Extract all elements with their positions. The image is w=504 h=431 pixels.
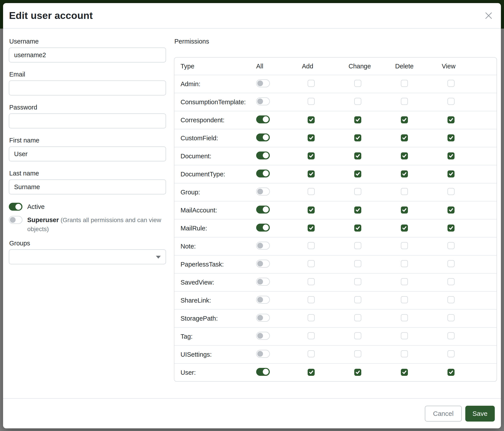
column-header-change: Change bbox=[349, 63, 395, 70]
permission-add-checkbox[interactable] bbox=[308, 260, 315, 267]
permission-add-checkbox[interactable] bbox=[308, 278, 315, 285]
permission-change-checkbox[interactable] bbox=[354, 350, 361, 357]
permission-change-checkbox[interactable] bbox=[354, 242, 361, 249]
permission-delete-checkbox[interactable] bbox=[401, 242, 408, 249]
permission-add-checkbox[interactable] bbox=[308, 171, 315, 178]
permission-change-checkbox[interactable] bbox=[354, 116, 361, 123]
permission-add-checkbox[interactable] bbox=[308, 207, 315, 214]
first-name-input[interactable] bbox=[9, 146, 166, 162]
permission-delete-checkbox[interactable] bbox=[401, 80, 408, 87]
permission-all-toggle[interactable] bbox=[256, 152, 270, 159]
permission-all-toggle[interactable] bbox=[256, 350, 270, 358]
permission-view-checkbox[interactable] bbox=[448, 171, 455, 178]
save-button[interactable]: Save bbox=[465, 406, 495, 422]
permission-all-toggle[interactable] bbox=[256, 79, 270, 87]
permission-add-checkbox[interactable] bbox=[308, 134, 315, 141]
permission-change-checkbox[interactable] bbox=[354, 314, 361, 321]
permission-all-toggle[interactable] bbox=[256, 332, 270, 340]
permission-view-checkbox[interactable] bbox=[448, 224, 455, 232]
permission-all-toggle[interactable] bbox=[256, 260, 270, 268]
permission-view-checkbox[interactable] bbox=[448, 153, 455, 159]
permission-add-checkbox[interactable] bbox=[308, 116, 315, 123]
permission-all-toggle[interactable] bbox=[256, 368, 270, 376]
permission-change-checkbox[interactable] bbox=[354, 296, 361, 303]
last-name-input[interactable] bbox=[9, 180, 166, 194]
permission-all-toggle[interactable] bbox=[256, 206, 270, 214]
permission-add-checkbox[interactable] bbox=[308, 314, 315, 321]
active-toggle[interactable] bbox=[9, 203, 22, 211]
permission-change-checkbox[interactable] bbox=[354, 153, 361, 159]
permission-add-checkbox[interactable] bbox=[308, 188, 315, 195]
permission-change-checkbox[interactable] bbox=[354, 260, 361, 267]
permission-view-checkbox[interactable] bbox=[448, 296, 455, 303]
permission-view-checkbox[interactable] bbox=[448, 332, 455, 339]
permission-change-checkbox[interactable] bbox=[354, 80, 361, 87]
permission-row: MailAccount: bbox=[174, 201, 496, 219]
permission-add-checkbox[interactable] bbox=[308, 350, 315, 357]
permission-view-checkbox[interactable] bbox=[448, 260, 455, 267]
permission-view-checkbox[interactable] bbox=[448, 134, 455, 141]
permission-view-checkbox[interactable] bbox=[448, 242, 455, 249]
toggle-knob bbox=[263, 369, 269, 375]
permission-change-checkbox[interactable] bbox=[354, 369, 361, 376]
permission-all-toggle[interactable] bbox=[256, 134, 270, 141]
permission-all-toggle[interactable] bbox=[256, 314, 270, 322]
permission-view-checkbox[interactable] bbox=[448, 80, 455, 87]
permission-add-checkbox[interactable] bbox=[308, 153, 315, 159]
permission-change-checkbox[interactable] bbox=[354, 278, 361, 285]
permission-change-checkbox[interactable] bbox=[354, 134, 361, 141]
permission-delete-checkbox[interactable] bbox=[401, 116, 408, 123]
permission-add-checkbox[interactable] bbox=[308, 224, 315, 232]
permission-delete-checkbox[interactable] bbox=[401, 188, 408, 195]
permission-all-toggle[interactable] bbox=[256, 188, 270, 196]
permission-delete-checkbox[interactable] bbox=[401, 134, 408, 141]
permission-delete-checkbox[interactable] bbox=[401, 98, 408, 105]
permission-all-toggle[interactable] bbox=[256, 224, 270, 232]
permission-change-checkbox[interactable] bbox=[354, 98, 361, 105]
permission-view-checkbox[interactable] bbox=[448, 188, 455, 195]
permission-delete-checkbox[interactable] bbox=[401, 278, 408, 285]
permission-change-checkbox[interactable] bbox=[354, 188, 361, 195]
email-input[interactable] bbox=[9, 81, 166, 95]
password-input[interactable] bbox=[9, 114, 166, 128]
permission-delete-checkbox[interactable] bbox=[401, 153, 408, 159]
permission-all-toggle[interactable] bbox=[256, 296, 270, 304]
permission-change-checkbox[interactable] bbox=[354, 207, 361, 214]
permission-add-checkbox[interactable] bbox=[308, 332, 315, 339]
permission-delete-checkbox[interactable] bbox=[401, 369, 408, 376]
superuser-toggle[interactable] bbox=[9, 216, 22, 224]
permission-delete-checkbox[interactable] bbox=[401, 314, 408, 321]
permission-delete-checkbox[interactable] bbox=[401, 350, 408, 357]
permission-view-checkbox[interactable] bbox=[448, 207, 455, 214]
permission-change-checkbox[interactable] bbox=[354, 171, 361, 178]
permission-all-toggle[interactable] bbox=[256, 278, 270, 286]
permission-all-toggle[interactable] bbox=[256, 116, 270, 123]
permission-add-checkbox[interactable] bbox=[308, 80, 315, 87]
permission-add-checkbox[interactable] bbox=[308, 296, 315, 303]
groups-select[interactable] bbox=[9, 249, 166, 264]
permission-delete-checkbox[interactable] bbox=[401, 296, 408, 303]
permission-change-checkbox[interactable] bbox=[354, 332, 361, 339]
permission-delete-checkbox[interactable] bbox=[401, 260, 408, 267]
username-input[interactable] bbox=[9, 47, 166, 63]
permission-add-checkbox[interactable] bbox=[308, 369, 315, 376]
permission-view-checkbox[interactable] bbox=[448, 116, 455, 123]
permission-type-label: DocumentType: bbox=[180, 171, 256, 178]
permission-all-toggle[interactable] bbox=[256, 170, 270, 178]
permission-view-checkbox[interactable] bbox=[448, 98, 455, 105]
permission-all-toggle[interactable] bbox=[256, 242, 270, 250]
permission-delete-checkbox[interactable] bbox=[401, 171, 408, 178]
permission-view-checkbox[interactable] bbox=[448, 314, 455, 321]
permission-view-checkbox[interactable] bbox=[448, 369, 455, 376]
permission-delete-checkbox[interactable] bbox=[401, 224, 408, 232]
permission-all-toggle[interactable] bbox=[256, 98, 270, 105]
permission-view-checkbox[interactable] bbox=[448, 350, 455, 357]
cancel-button[interactable]: Cancel bbox=[425, 406, 462, 422]
permission-add-checkbox[interactable] bbox=[308, 98, 315, 105]
permission-delete-checkbox[interactable] bbox=[401, 207, 408, 214]
permission-change-checkbox[interactable] bbox=[354, 224, 361, 232]
close-button[interactable] bbox=[482, 9, 495, 22]
permission-add-checkbox[interactable] bbox=[308, 242, 315, 249]
permission-delete-checkbox[interactable] bbox=[401, 332, 408, 339]
permission-view-checkbox[interactable] bbox=[448, 278, 455, 285]
